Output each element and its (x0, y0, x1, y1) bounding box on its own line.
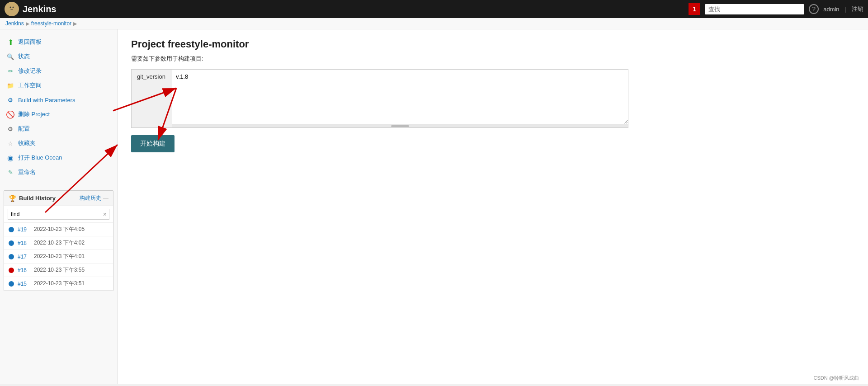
sidebar-label-rename: 重命名 (18, 168, 36, 176)
sidebar-item-config[interactable]: ⚙ 配置 (0, 122, 117, 136)
project-title: Project freestyle-monitor (131, 38, 854, 50)
breadcrumb-jenkins[interactable]: Jenkins (5, 20, 24, 27)
sidebar-item-rename[interactable]: ✎ 重命名 (0, 165, 117, 179)
jenkins-logo (5, 2, 19, 16)
main-layout: ⬆ 返回面板 🔍 状态 ✏ 修改记录 📁 工作空间 ⚙ Build with P… (0, 29, 868, 384)
edit-icon: ✏ (6, 67, 14, 75)
param-value-cell (172, 70, 628, 127)
sidebar: ⬆ 返回面板 🔍 状态 ✏ 修改记录 📁 工作空间 ⚙ Build with P… (0, 29, 118, 384)
star-icon: ☆ (6, 139, 14, 147)
build-time: 2022-10-23 下午4:01 (34, 253, 85, 260)
sidebar-label-config: 配置 (18, 125, 30, 133)
build-row: #16 2022-10-23 下午3:55 (4, 264, 113, 277)
build-status-icon (9, 227, 14, 232)
breadcrumb: Jenkins ▶ freestyle-monitor ▶ (0, 18, 868, 29)
build-time: 2022-10-23 下午4:05 (34, 226, 85, 233)
sidebar-label-blue-ocean: 打开 Blue Ocean (18, 154, 62, 162)
sidebar-item-changelog[interactable]: ✏ 修改记录 (0, 64, 117, 78)
sidebar-item-workspace[interactable]: 📁 工作空间 (0, 78, 117, 93)
build-row: #17 2022-10-23 下午4:01 (4, 250, 113, 264)
build-history-search-input[interactable] (8, 209, 109, 220)
notification-badge[interactable]: 1 (689, 3, 700, 15)
svg-point-0 (8, 4, 15, 11)
header: Jenkins 1 ? admin | 注销 (0, 0, 868, 18)
build-history-search-wrap: × (4, 206, 113, 223)
build-description: 需要如下参数用于构建项目: (131, 55, 854, 63)
svg-point-2 (10, 7, 11, 8)
rename-icon: ✎ (6, 168, 14, 176)
build-number-link[interactable]: #16 (18, 267, 30, 273)
breadcrumb-project[interactable]: freestyle-monitor (31, 20, 71, 27)
build-number-link[interactable]: #17 (18, 254, 30, 260)
breadcrumb-sep-1: ▶ (26, 21, 29, 27)
build-time: 2022-10-23 下午4:02 (34, 239, 85, 247)
build-number-link[interactable]: #19 (18, 226, 30, 233)
help-icon[interactable]: ? (809, 4, 819, 14)
build-status-icon (9, 254, 14, 259)
build-number-link[interactable]: #15 (18, 281, 30, 287)
build-row: #18 2022-10-23 下午4:02 (4, 236, 113, 250)
sidebar-item-return-panel[interactable]: ⬆ 返回面板 (0, 35, 117, 49)
folder-icon: 📁 (6, 81, 14, 89)
start-build-button[interactable]: 开始构建 (131, 135, 175, 152)
build-status-icon (9, 281, 14, 287)
search-input[interactable] (705, 4, 804, 14)
param-value-textarea[interactable] (172, 70, 628, 124)
app-title: Jenkins (23, 4, 56, 14)
build-history-link[interactable]: 构建历史 (80, 195, 101, 201)
build-status-icon (9, 240, 14, 246)
build-history-title-area: 🏆 Build History (9, 195, 56, 202)
sidebar-item-build-with-params[interactable]: ⚙ Build with Parameters (0, 93, 117, 107)
config-gear-icon: ⚙ (6, 125, 14, 133)
logout-link[interactable]: 注销 (852, 5, 863, 13)
build-row: #15 2022-10-23 下午3:51 (4, 277, 113, 291)
content-area: Project freestyle-monitor 需要如下参数用于构建项目: … (118, 29, 868, 384)
breadcrumb-sep-2: ▶ (73, 21, 77, 27)
sidebar-label-return-panel: 返回面板 (18, 38, 42, 46)
circle-icon: ◉ (6, 154, 14, 162)
build-time: 2022-10-23 下午3:51 (34, 280, 85, 287)
gear-blue-icon: ⚙ (6, 96, 14, 104)
sidebar-item-delete-project[interactable]: 🚫 删除 Project (0, 107, 117, 122)
ban-icon: 🚫 (6, 110, 14, 118)
build-history-link-area: 构建历史 — (80, 194, 108, 202)
arrow-up-icon: ⬆ (6, 38, 14, 46)
sidebar-label-favorites: 收藏夹 (18, 139, 36, 147)
build-time: 2022-10-23 下午3:55 (34, 266, 85, 274)
build-history-header: 🏆 Build History 构建历史 — (4, 191, 113, 206)
svg-point-1 (7, 11, 16, 15)
sidebar-label-build-with-params: Build with Parameters (18, 97, 75, 104)
search-clear-icon[interactable]: × (103, 211, 107, 218)
footer-note: CSDN @聆听风成曲 (814, 375, 859, 381)
sidebar-item-status[interactable]: 🔍 状态 (0, 49, 117, 64)
search-icon: 🔍 (6, 52, 14, 61)
sidebar-label-workspace: 工作空间 (18, 81, 42, 89)
sidebar-item-blue-ocean[interactable]: ◉ 打开 Blue Ocean (0, 151, 117, 165)
sidebar-label-status: 状态 (18, 52, 30, 61)
parameter-table: git_version (131, 69, 628, 128)
sidebar-gap (0, 179, 117, 183)
build-number-link[interactable]: #18 (18, 240, 30, 246)
sidebar-item-favorites[interactable]: ☆ 收藏夹 (0, 136, 117, 151)
build-history-dash: — (103, 195, 108, 201)
user-label: admin (823, 6, 839, 13)
param-name: git_version (137, 73, 165, 80)
build-row: #19 2022-10-23 下午4:05 (4, 223, 113, 236)
header-logo: Jenkins (5, 2, 56, 16)
sidebar-label-changelog: 修改记录 (18, 67, 42, 75)
sidebar-label-delete-project: 删除 Project (18, 110, 50, 118)
scrollbar-area (172, 124, 628, 127)
svg-point-3 (13, 7, 14, 8)
build-history-title: Build History (19, 195, 56, 202)
build-status-icon (9, 268, 14, 273)
param-label-cell: git_version (132, 70, 172, 127)
build-history-panel: 🏆 Build History 构建历史 — × #19 2022-10-23 … (4, 190, 113, 291)
